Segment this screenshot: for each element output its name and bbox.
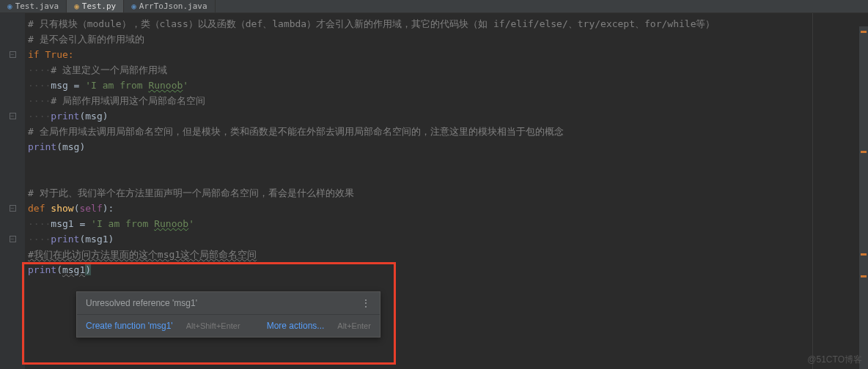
- kw-true: True:: [40, 49, 74, 60]
- tab-test-py[interactable]: ◉ Test.py: [67, 0, 124, 12]
- unresolved-ref: msg1: [62, 264, 85, 275]
- fold-icon[interactable]: −: [10, 113, 16, 119]
- fold-icon[interactable]: −: [10, 236, 16, 242]
- tab-test-java[interactable]: ◉ Test.java: [0, 0, 67, 12]
- fold-icon[interactable]: −: [10, 205, 16, 212]
- fn-name: show: [51, 203, 73, 214]
- fold-icon[interactable]: −: [10, 51, 16, 58]
- string-literal: 'I am from Runoob': [85, 80, 188, 91]
- code-area[interactable]: # 只有模块（module），类（class）以及函数（def、lambda）才…: [25, 13, 868, 369]
- kw-if: if: [28, 49, 40, 60]
- watermark: @51CTO博客: [807, 354, 862, 366]
- fn-print: print: [28, 264, 56, 275]
- tab-arrtojson-java[interactable]: ◉ ArrToJson.java: [124, 0, 215, 12]
- tab-label: Test.java: [15, 1, 59, 11]
- kw-def: def: [28, 203, 51, 214]
- right-margin-line: [812, 13, 813, 369]
- intention-popup: Unresolved reference 'msg1' ⋮ Create fun…: [76, 291, 380, 338]
- comment: # 局部作用域调用这个局部命名空间: [51, 94, 205, 108]
- python-icon: ◉: [74, 1, 79, 11]
- comment: # 全局作用域去调用局部命名空间，但是模块，类和函数是不能在外部去调用局部命名空…: [28, 125, 564, 138]
- string-literal: 'I am from Runoob': [91, 218, 194, 229]
- shortcut-hint: Alt+Enter: [337, 321, 371, 330]
- editor-tabs: ◉ Test.java ◉ Test.py ◉ ArrToJson.java: [0, 0, 868, 13]
- comment: # 对于此、我们举个在方法里面声明一个局部命名空间，看会是什么样的效果: [28, 187, 354, 200]
- code-editor[interactable]: − − − − # 只有模块（module），类（class）以及函数（def、…: [0, 13, 868, 369]
- args: (msg1): [79, 234, 114, 245]
- comment: # 是不会引入新的作用域的: [28, 33, 144, 46]
- error-stripe[interactable]: [859, 26, 868, 369]
- fn-print: print: [51, 234, 79, 245]
- intention-action-create[interactable]: Create function 'msg1': [86, 321, 173, 331]
- intention-title: Unresolved reference 'msg1': [86, 298, 197, 308]
- args: (msg): [56, 141, 85, 152]
- java-icon: ◉: [7, 1, 12, 11]
- gutter: − − − −: [0, 13, 25, 369]
- shortcut-hint: Alt+Shift+Enter: [186, 321, 240, 330]
- kebab-icon[interactable]: ⋮: [361, 298, 371, 308]
- tab-label: Test.py: [82, 1, 116, 11]
- fn-print: print: [51, 111, 79, 122]
- tab-label: ArrToJson.java: [139, 1, 207, 11]
- var-msg1: msg1 =: [51, 218, 91, 229]
- comment: # 只有模块（module），类（class）以及函数（def、lambda）才…: [28, 18, 715, 31]
- param-self: self: [79, 203, 102, 214]
- fn-print: print: [28, 141, 56, 152]
- java-icon: ◉: [131, 1, 136, 11]
- comment: #我们在此访问方法里面的这个msg1这个局部命名空间: [28, 248, 257, 261]
- var-msg: msg =: [51, 80, 85, 91]
- args: (msg): [79, 111, 108, 122]
- intention-action-more[interactable]: More actions...: [267, 321, 325, 331]
- comment: # 这里定义一个局部作用域: [51, 64, 167, 77]
